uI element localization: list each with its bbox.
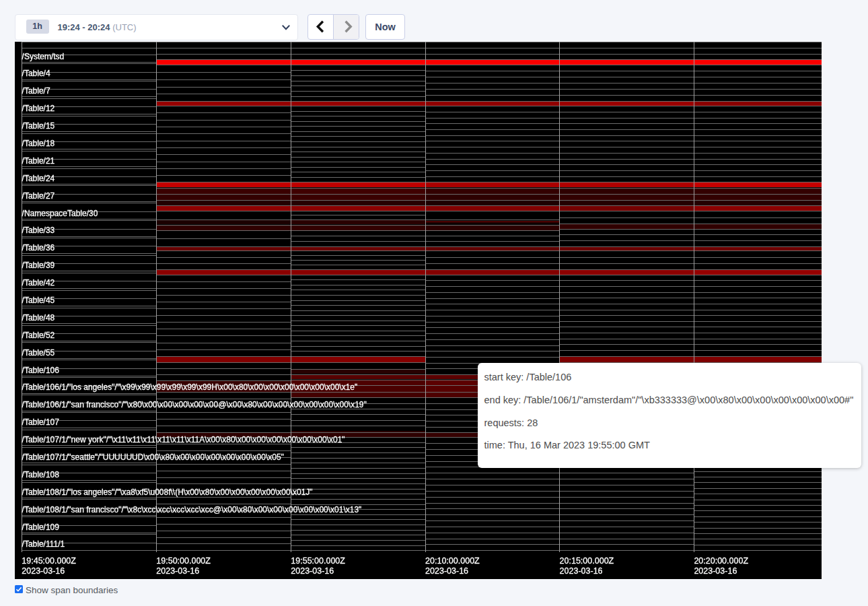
svg-text:19:55:00.000Z: 19:55:00.000Z <box>291 556 345 566</box>
svg-text:/Table/4: /Table/4 <box>22 69 50 78</box>
svg-text:/Table/27: /Table/27 <box>22 191 55 200</box>
svg-text:/System/tsd: /System/tsd <box>22 51 64 61</box>
svg-text:/Table/18: /Table/18 <box>22 138 55 147</box>
svg-text:/Table/107/1/"new york"/"\x11\: /Table/107/1/"new york"/"\x11\x11\x11\x1… <box>22 435 345 444</box>
svg-text:/Table/33: /Table/33 <box>22 226 55 235</box>
svg-text:/Table/48: /Table/48 <box>22 312 55 322</box>
svg-text:/Table/7: /Table/7 <box>22 86 50 96</box>
svg-text:/NamespaceTable/30: /NamespaceTable/30 <box>22 208 98 217</box>
svg-text:/Table/107: /Table/107 <box>22 417 59 427</box>
svg-text:/Table/106: /Table/106 <box>22 365 59 374</box>
svg-text:2023-03-16: 2023-03-16 <box>22 566 65 576</box>
svg-text:/Table/106/1/"san francisco"/": /Table/106/1/"san francisco"/"\x80\x00\x… <box>22 400 366 409</box>
svg-text:/Table/106/1/"los angeles"/"\x: /Table/106/1/"los angeles"/"\x99\x99\x99… <box>22 382 357 392</box>
svg-text:/Table/55: /Table/55 <box>22 347 55 357</box>
svg-text:20:15:00.000Z: 20:15:00.000Z <box>559 556 614 566</box>
svg-text:20:20:00.000Z: 20:20:00.000Z <box>694 556 748 566</box>
svg-text:2023-03-16: 2023-03-16 <box>291 566 334 576</box>
svg-text:/Table/45: /Table/45 <box>22 296 55 305</box>
svg-text:/Table/52: /Table/52 <box>22 330 55 339</box>
svg-text:/Table/107/1/"seattle"/"UUUUUU: /Table/107/1/"seattle"/"UUUUUUD\x00\x80\… <box>22 452 283 462</box>
svg-text:2023-03-16: 2023-03-16 <box>425 566 468 576</box>
svg-text:19:50:00.000Z: 19:50:00.000Z <box>156 556 211 566</box>
svg-text:/Table/15: /Table/15 <box>22 121 55 131</box>
svg-text:/Table/111/1: /Table/111/1 <box>22 539 65 549</box>
svg-text:2023-03-16: 2023-03-16 <box>694 566 737 576</box>
svg-text:20:10:00.000Z: 20:10:00.000Z <box>425 556 480 566</box>
svg-text:/Table/42: /Table/42 <box>22 278 55 288</box>
svg-text:2023-03-16: 2023-03-16 <box>559 566 602 576</box>
svg-text:/Table/108/1/"los angeles"/"\x: /Table/108/1/"los angeles"/"\xa8\xf5\u00… <box>22 487 312 496</box>
svg-text:/Table/24: /Table/24 <box>22 173 55 182</box>
svg-text:/Table/21: /Table/21 <box>22 156 55 165</box>
svg-text:2023-03-16: 2023-03-16 <box>156 566 199 576</box>
svg-text:/Table/39: /Table/39 <box>22 261 55 270</box>
svg-text:/Table/12: /Table/12 <box>22 104 55 113</box>
svg-text:/Table/108/1/"san francisco"/": /Table/108/1/"san francisco"/"\x8c\xcc\x… <box>22 504 361 514</box>
svg-text:/Table/109: /Table/109 <box>22 522 59 531</box>
svg-text:/Table/108: /Table/108 <box>22 469 59 479</box>
svg-text:19:45:00.000Z: 19:45:00.000Z <box>22 556 76 566</box>
svg-text:/Table/36: /Table/36 <box>22 243 55 252</box>
